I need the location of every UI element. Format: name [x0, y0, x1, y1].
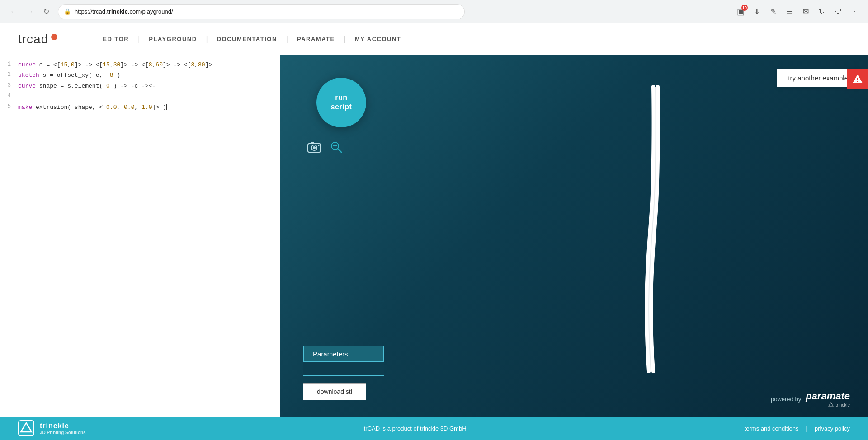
- footer: trinckle 3D Printing Solutions trCAD is …: [0, 417, 868, 440]
- code-content-5: make extrusion( shape, <[0.0, 0.0, 1.0]>…: [18, 102, 280, 112]
- powered-by-text: powered by: [771, 396, 801, 403]
- camera-icon: [307, 141, 321, 153]
- run-script-label: runscript: [331, 93, 352, 112]
- viewport-panel[interactable]: runscript try another example: [280, 55, 868, 417]
- footer-logo-text: trinckle 3D Printing Solutions: [40, 422, 86, 435]
- download-icon[interactable]: ⇓: [750, 5, 763, 18]
- line-number-4: 4: [0, 91, 18, 101]
- line-number-2: 2: [0, 70, 18, 80]
- code-line-3: 3 curve shape = s.element( 0 ) -> -c -><…: [0, 81, 280, 91]
- shield2-icon[interactable]: 🛡: [832, 5, 844, 18]
- parameters-input[interactable]: [303, 362, 384, 376]
- code-content-1: curve c = <[15,0]> -> <[15,30]> -> <[8,6…: [18, 60, 280, 70]
- nav-myaccount[interactable]: MY ACCOUNT: [346, 36, 410, 42]
- editor-panel[interactable]: 1 curve c = <[15,0]> -> <[15,30]> -> <[8…: [0, 55, 280, 417]
- try-another-button[interactable]: try another example: [777, 69, 859, 87]
- shape-svg: [588, 82, 723, 376]
- forward-button[interactable]: →: [24, 5, 36, 18]
- app-container: trcad EDITOR | PLAYGROUND | DOCUMENTATIO…: [0, 23, 868, 440]
- svg-point-2: [313, 146, 316, 149]
- grid-icon[interactable]: ⚌: [783, 5, 796, 18]
- menu-icon[interactable]: ⋮: [848, 5, 861, 18]
- code-content-2: sketch s = offset_xy( c, .8 ): [18, 70, 280, 80]
- reload-button[interactable]: ↻: [40, 5, 52, 18]
- code-line-2: 2 sketch s = offset_xy( c, .8 ): [0, 70, 280, 80]
- code-content-4: [18, 91, 280, 102]
- edit-icon[interactable]: ✎: [767, 5, 779, 18]
- parameters-label: Parameters: [303, 346, 384, 362]
- paramate-label: paramate: [806, 390, 850, 402]
- browser-toolbar-right: ▣ 10 ⇓ ✎ ⚌ ✉ ⛷ 🛡 ⋮: [734, 5, 861, 18]
- warning-triangle-icon: [852, 74, 863, 84]
- code-line-1: 1 curve c = <[15,0]> -> <[15,30]> -> <[8…: [0, 60, 280, 70]
- svg-line-6: [338, 149, 341, 152]
- logo-dot: [51, 34, 57, 40]
- address-bar[interactable]: 🔒 https://trcad.trinckle.com/playground/: [58, 4, 465, 19]
- zoom-icon: [330, 141, 342, 153]
- logo-area: trcad: [18, 32, 57, 47]
- shield-icon[interactable]: ⛷: [816, 5, 828, 18]
- footer-right-links: terms and conditions | privacy policy: [745, 425, 850, 432]
- nav-playground[interactable]: PLAYGROUND: [140, 36, 206, 42]
- svg-point-4: [318, 145, 320, 146]
- footer-center-text: trCAD is a product of trinckle 3D GmbH: [364, 425, 467, 432]
- trinckle-logo-icon: [828, 402, 834, 407]
- security-icon: 🔒: [64, 8, 71, 15]
- parameters-panel: Parameters: [303, 346, 384, 376]
- footer-separator: |: [806, 425, 807, 432]
- svg-marker-10: [21, 423, 32, 432]
- trinckle-footer-icon: [20, 422, 33, 435]
- footer-logo-name: trinckle: [40, 422, 86, 430]
- mail-icon[interactable]: ✉: [799, 5, 812, 18]
- url-text: https://trcad.trinckle.com/playground/: [75, 8, 173, 15]
- zoom-button[interactable]: [330, 141, 342, 153]
- extension-badge-icon[interactable]: ▣ 10: [734, 5, 747, 18]
- code-content-3: curve shape = s.element( 0 ) -> -c -><-: [18, 81, 280, 91]
- line-number-3: 3: [0, 81, 18, 91]
- nav-documentation[interactable]: DOCUMENTATION: [208, 36, 286, 42]
- footer-logo-sub: 3D Printing Solutions: [40, 430, 86, 435]
- nav-links: EDITOR | PLAYGROUND | DOCUMENTATION | PA…: [94, 35, 410, 43]
- footer-logo: trinckle 3D Printing Solutions: [18, 420, 86, 436]
- back-button[interactable]: ←: [7, 5, 20, 18]
- line-number-1: 1: [0, 60, 18, 70]
- paramate-logo: paramate trinckle: [806, 390, 850, 407]
- 3d-shape: [588, 82, 723, 378]
- browser-chrome: ← → ↻ 🔒 https://trcad.trinckle.com/playg…: [0, 0, 868, 23]
- viewport-icons: [307, 141, 342, 153]
- code-line-5: 5 make extrusion( shape, <[0.0, 0.0, 1.0…: [0, 102, 280, 112]
- logo-text: trcad: [18, 32, 48, 47]
- powered-by-area: powered by paramate trinckle: [771, 390, 850, 407]
- nav-editor[interactable]: EDITOR: [94, 36, 138, 42]
- run-script-button[interactable]: runscript: [316, 78, 366, 127]
- line-number-5: 5: [0, 102, 18, 112]
- svg-rect-3: [311, 142, 314, 144]
- main-content: 1 curve c = <[15,0]> -> <[15,30]> -> <[8…: [0, 55, 868, 417]
- camera-button[interactable]: [307, 141, 321, 153]
- download-stl-button[interactable]: download stl: [303, 383, 366, 400]
- privacy-link[interactable]: privacy policy: [815, 425, 850, 432]
- top-nav: trcad EDITOR | PLAYGROUND | DOCUMENTATIO…: [0, 23, 868, 55]
- terms-link[interactable]: terms and conditions: [745, 425, 799, 432]
- nav-paramate[interactable]: PARAMATE: [288, 36, 344, 42]
- browser-nav-buttons: ← → ↻: [7, 5, 52, 18]
- trinckle-sub-label: trinckle: [828, 402, 850, 407]
- code-line-4: 4: [0, 91, 280, 102]
- svg-marker-9: [829, 403, 833, 406]
- footer-logo-icon: [18, 420, 34, 436]
- warning-icon[interactable]: [847, 69, 868, 89]
